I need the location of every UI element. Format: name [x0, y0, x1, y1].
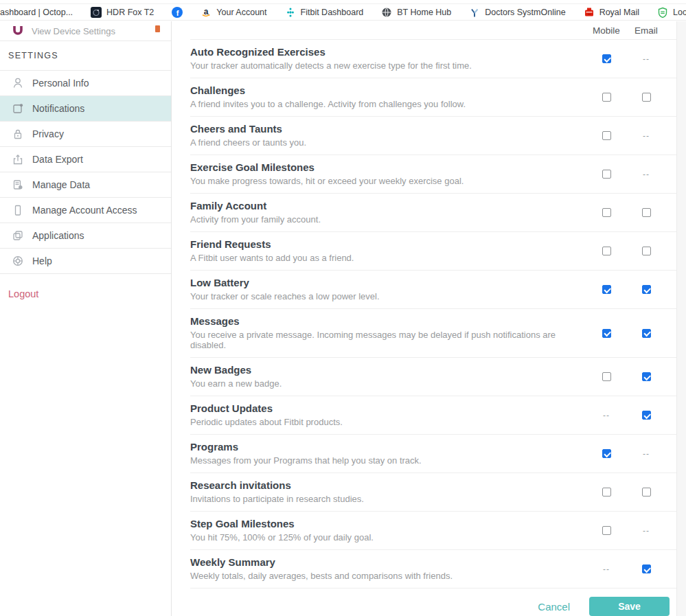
mobile-checkbox[interactable]	[602, 285, 611, 294]
sidebar-item-label: Privacy	[32, 128, 64, 139]
bookmark-label: ashboard | Octop...	[0, 8, 73, 17]
notification-title: Family Account	[190, 200, 573, 212]
notification-description: You earn a new badge.	[190, 378, 573, 389]
notification-title: New Badges	[190, 364, 573, 376]
mobile-checkbox[interactable]	[602, 329, 611, 338]
email-checkbox[interactable]	[642, 488, 651, 497]
email-checkbox[interactable]	[642, 208, 651, 217]
bookmark-amazon-your-account[interactable]: a Your Account	[201, 7, 266, 18]
mobile-checkbox[interactable]	[602, 526, 611, 535]
bookmark-lookout[interactable]: Lookout	[657, 7, 686, 18]
phone-icon	[11, 203, 25, 217]
email-checkbox: --	[643, 131, 650, 141]
applications-icon	[11, 229, 25, 242]
notification-description: Periodic updates about Fitbit products.	[190, 417, 573, 427]
sidebar-item-applications[interactable]: Applications	[0, 223, 171, 249]
help-icon	[11, 254, 25, 268]
notification-row-text: Challenges A friend invites you to a cha…	[190, 78, 586, 116]
mobile-checkbox[interactable]	[602, 488, 611, 497]
notification-title: Weekly Summary	[190, 556, 573, 568]
email-checkbox[interactable]	[642, 564, 651, 573]
scrollbar-track[interactable]	[676, 21, 686, 616]
email-checkbox[interactable]	[642, 372, 651, 381]
globe-icon	[381, 7, 392, 18]
mobile-checkbox[interactable]	[602, 208, 611, 217]
notification-row: Messages You receive a private message. …	[190, 309, 676, 358]
bookmark-fitbit-dashboard[interactable]: Fitbit Dashboard	[285, 7, 364, 18]
notification-title: Product Updates	[190, 402, 573, 414]
mobile-column-header: Mobile	[586, 25, 626, 36]
notification-title: Friend Requests	[190, 238, 573, 250]
settings-section-title: SETTINGS	[0, 41, 171, 71]
bookmark-label: Royal Mail	[599, 8, 639, 17]
email-checkbox[interactable]	[642, 329, 651, 338]
notification-settings-panel: Mobile Email Auto Recognized Exercises Y…	[190, 21, 676, 616]
email-checkbox[interactable]	[642, 285, 651, 294]
notification-title: Research invitations	[190, 479, 573, 491]
notification-description: You make progress towards, hit or exceed…	[190, 176, 573, 186]
lookout-icon	[657, 7, 668, 18]
device-tracker-icon	[12, 26, 24, 36]
notification-title: Auto Recognized Exercises	[190, 46, 573, 58]
mobile-checkbox[interactable]	[602, 247, 611, 255]
bookmarks-bar: ashboard | Octop... HDR Fox T2 f a Your …	[0, 4, 686, 21]
bookmark-hdr-fox-t2[interactable]: HDR Fox T2	[91, 7, 154, 18]
bookmark-doctors-systmonline[interactable]: Doctors SystmOnline	[469, 7, 565, 18]
mobile-checkbox[interactable]	[602, 131, 611, 140]
mobile-checkbox[interactable]	[602, 93, 611, 102]
cancel-button[interactable]: Cancel	[538, 601, 570, 613]
sidebar-item-manage-account-access[interactable]: Manage Account Access	[0, 198, 171, 223]
notification-title: Programs	[190, 441, 573, 453]
column-header-row: Mobile Email	[190, 21, 676, 40]
person-icon	[11, 76, 25, 90]
email-checkbox[interactable]	[642, 93, 651, 102]
bookmark-label: BT Home Hub	[397, 8, 451, 17]
notification-row-text: Weekly Summary Weekly totals, daily aver…	[190, 550, 586, 588]
export-icon	[11, 152, 25, 166]
mobile-checkbox[interactable]	[602, 54, 611, 63]
bookmark-bt-home-hub[interactable]: BT Home Hub	[381, 7, 451, 18]
bookmark-label: Your Account	[216, 8, 266, 17]
view-device-settings-link[interactable]: View Device Settings	[0, 21, 171, 41]
email-checkbox[interactable]	[642, 247, 651, 255]
notification-description: Weekly totals, daily averages, bests and…	[190, 571, 573, 581]
sidebar-item-manage-data[interactable]: Manage Data	[0, 172, 171, 198]
sidebar-item-notifications[interactable]: Notifications	[0, 96, 171, 122]
notification-row-text: Friend Requests A Fitbit user wants to a…	[190, 232, 586, 270]
notification-description: A friend invites you to a challenge. Act…	[190, 99, 573, 109]
sidebar-item-label: Data Export	[32, 154, 83, 165]
bookmark-label: HDR Fox T2	[106, 8, 154, 17]
systmonline-icon	[469, 7, 480, 18]
mobile-checkbox[interactable]	[602, 449, 611, 458]
sidebar-item-help[interactable]: Help	[0, 249, 171, 274]
sidebar-item-data-export[interactable]: Data Export	[0, 147, 171, 172]
save-button[interactable]: Save	[589, 597, 670, 616]
notification-title: Exercise Goal Milestones	[190, 161, 573, 173]
bookmark-octopus-dashboard[interactable]: ashboard | Octop...	[0, 8, 73, 17]
mobile-checkbox: --	[603, 564, 610, 574]
notification-row-text: New Badges You earn a new badge.	[190, 358, 586, 396]
notification-description: Messages from your Programs that help yo…	[190, 455, 573, 466]
logout-link[interactable]: Logout	[8, 288, 38, 299]
bookmark-facebook[interactable]: f	[172, 7, 183, 18]
fitbit-icon	[285, 7, 296, 18]
notification-row-text: Step Goal Milestones You hit 75%, 100% o…	[190, 512, 586, 549]
sidebar-item-personal-info[interactable]: Personal Info	[0, 71, 171, 96]
form-actions: Cancel Save	[190, 589, 676, 616]
hdr-fox-icon	[91, 7, 102, 18]
sidebar-item-label: Notifications	[32, 103, 84, 114]
mobile-checkbox[interactable]	[602, 372, 611, 381]
device-alert-badge	[155, 25, 160, 32]
notification-description: Activity from your family account.	[190, 214, 573, 225]
notification-title: Challenges	[190, 84, 573, 96]
sidebar-item-label: Manage Data	[32, 179, 90, 190]
email-checkbox[interactable]	[642, 411, 651, 420]
notification-list: Auto Recognized Exercises Your tracker a…	[190, 40, 676, 589]
bookmark-label: Fitbit Dashboard	[301, 8, 364, 17]
mobile-checkbox[interactable]	[602, 170, 611, 179]
sidebar-item-privacy[interactable]: Privacy	[0, 122, 171, 147]
notification-row-text: Cheers and Taunts A friend cheers or tau…	[190, 117, 586, 155]
bookmark-royal-mail[interactable]: Royal Mail	[584, 7, 639, 18]
lock-icon	[11, 127, 25, 141]
notification-row: Research invitations Invitations to part…	[190, 473, 676, 512]
